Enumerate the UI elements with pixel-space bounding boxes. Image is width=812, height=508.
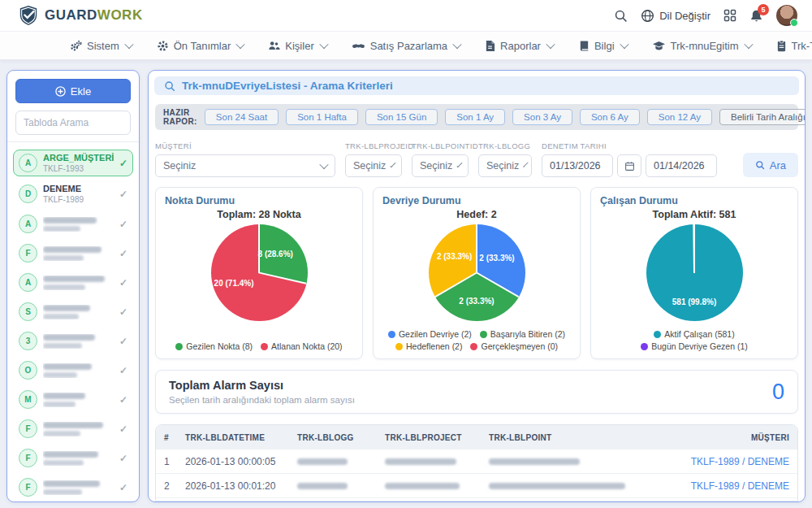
nav-item-on-tanimlar[interactable]: Ön Tanımlar bbox=[157, 40, 244, 52]
brand-logo[interactable]: GUARDWORK bbox=[18, 5, 143, 26]
list-item[interactable]: D DENEMETKLF-1989 ✓ bbox=[13, 180, 133, 207]
chevron-down-icon bbox=[546, 40, 555, 49]
main-panel: Trk-mnuDEvriyeListesi - Arama Kriterleri… bbox=[148, 70, 806, 502]
nav-item-kisiler[interactable]: Kişiler bbox=[268, 40, 326, 52]
chart-subtitle: Toplam: 28 Nokta bbox=[165, 209, 353, 220]
table-row[interactable]: 2 2026-01-13 00:01:20 TKLF-1989 / DENEME bbox=[156, 474, 797, 498]
nav-item-trk-mnuegitim[interactable]: Trk-mnuEgitim bbox=[652, 40, 752, 52]
quick-filter-son-24-saat[interactable]: Son 24 Saat bbox=[205, 109, 279, 125]
list-item[interactable]: F ✓ bbox=[13, 475, 133, 500]
list-item[interactable]: F ✓ bbox=[13, 445, 133, 471]
nav-item-bilgi[interactable]: Bilgi bbox=[578, 40, 628, 52]
redacted-text bbox=[43, 393, 85, 399]
nav-item-raporlar[interactable]: Raporlar bbox=[485, 40, 554, 52]
check-icon: ✓ bbox=[119, 482, 127, 493]
list-item[interactable]: A ARGE_MÜŞTERİTKLF-1993 ✓ bbox=[13, 150, 133, 176]
chevron-down-icon bbox=[744, 40, 753, 49]
check-icon: ✓ bbox=[119, 189, 127, 200]
quick-filter-son-1-ay[interactable]: Son 1 Ay bbox=[445, 109, 505, 125]
main-nav: Sistem Ön Tanımlar Kişiler Satış Pazarla… bbox=[0, 31, 812, 60]
nav-item-satis-pazarlama[interactable]: Satış Pazarlama bbox=[352, 40, 460, 52]
table-row[interactable]: 1 2026-01-13 00:00:05 TKLF-1989 / DENEME bbox=[156, 449, 797, 474]
projeid-label: TRK-LBLPROJEID bbox=[345, 141, 402, 150]
chevron-down-icon bbox=[452, 40, 461, 49]
app-header: GUARDWORK Dil Değiştir 5 bbox=[0, 0, 812, 31]
list-item[interactable]: F ✓ bbox=[13, 241, 133, 266]
search-icon bbox=[164, 80, 175, 92]
nav-item-trk-talepler[interactable]: Trk-Talepler bbox=[776, 40, 812, 52]
pie-chart-nokta[interactable]: 8 (28.6%) 20 (71.4%) bbox=[211, 224, 308, 321]
list-item[interactable]: M ✓ bbox=[13, 387, 133, 412]
redacted-text bbox=[489, 458, 580, 465]
quick-filter-son-15-gun[interactable]: Son 15 Gün bbox=[365, 109, 438, 125]
list-item[interactable]: 3 ✓ bbox=[13, 328, 133, 354]
chevron-down-icon bbox=[391, 162, 396, 167]
redacted-text bbox=[43, 305, 90, 311]
list-item[interactable]: O ✓ bbox=[13, 358, 133, 383]
notifications-bell-icon[interactable]: 5 bbox=[749, 9, 763, 23]
musteri-link[interactable]: TKLF-1989 / DENEME bbox=[667, 456, 789, 467]
customer-sidebar: Ekle A ARGE_MÜŞTERİTKLF-1993 ✓ D DENEMET… bbox=[6, 70, 140, 502]
redacted-text bbox=[43, 363, 92, 370]
users-icon bbox=[268, 40, 280, 52]
patrol-table: # TRK-LBLDATETIME TRK-LBLOGG TRK-LBLPROJ… bbox=[155, 424, 798, 501]
shield-logo-icon bbox=[18, 5, 39, 26]
avatar: 3 bbox=[19, 332, 37, 350]
legend-dot bbox=[175, 343, 183, 350]
calendar-icon[interactable] bbox=[617, 154, 641, 177]
language-label: Dil Değiştir bbox=[659, 10, 710, 22]
book-icon bbox=[578, 40, 590, 52]
search-submit-button[interactable]: Ara bbox=[743, 153, 798, 177]
date-from-input[interactable] bbox=[542, 154, 613, 177]
check-icon: ✓ bbox=[119, 248, 127, 259]
legend-dot bbox=[388, 331, 395, 338]
check-icon: ✓ bbox=[119, 158, 127, 169]
nav-item-sistem[interactable]: Sistem bbox=[70, 40, 132, 52]
redacted-text bbox=[297, 458, 348, 465]
quick-filter-son-12-ay[interactable]: Son 12 Ay bbox=[647, 109, 712, 125]
table-header-row: # TRK-LBLDATETIME TRK-LBLOGG TRK-LBLPROJ… bbox=[156, 425, 797, 449]
check-icon: ✓ bbox=[119, 336, 127, 347]
list-item[interactable]: F ✓ bbox=[13, 416, 133, 441]
list-item[interactable]: A ✓ bbox=[13, 270, 133, 295]
language-switcher[interactable]: Dil Değiştir bbox=[641, 9, 710, 23]
redacted-text bbox=[43, 217, 97, 224]
apps-grid-icon[interactable] bbox=[723, 9, 736, 22]
list-item[interactable]: S ✓ bbox=[13, 299, 133, 324]
check-icon: ✓ bbox=[119, 306, 127, 318]
check-icon: ✓ bbox=[119, 219, 127, 230]
pie-chart-calisan[interactable]: 581 (99.8%) bbox=[646, 224, 743, 321]
chart-subtitle: Hedef: 2 bbox=[382, 209, 571, 220]
avatar: F bbox=[19, 419, 37, 438]
redacted-text bbox=[385, 483, 460, 489]
legend-dot bbox=[261, 343, 268, 350]
chevron-down-icon bbox=[457, 162, 463, 167]
musteri-link[interactable]: TKLF-1989 / DENEME bbox=[667, 480, 789, 492]
add-button[interactable]: Ekle bbox=[15, 79, 131, 103]
projeid-select[interactable]: Seçiniz bbox=[345, 154, 402, 177]
legend-dot bbox=[480, 331, 487, 338]
legend-dot bbox=[395, 343, 403, 350]
list-item[interactable]: A ✓ bbox=[13, 211, 133, 237]
quick-filter-custom-range[interactable]: Belirli Tarih Aralığı bbox=[719, 109, 806, 125]
alarm-subtitle: Seçilen tarih aralığındaki toplam alarm … bbox=[169, 395, 355, 405]
redacted-text bbox=[43, 460, 84, 466]
pointid-select[interactable]: Seçiniz bbox=[412, 154, 469, 177]
redacted-text bbox=[43, 402, 76, 407]
quick-filter-son-3-ay[interactable]: Son 3 Ay bbox=[512, 109, 572, 125]
ogg-select[interactable]: Seçiniz bbox=[478, 154, 532, 177]
chart-legend: Gezilen Devriye (2) Başarıyla Bitiren (2… bbox=[382, 324, 571, 351]
ogg-label: TRK-LBLOGG bbox=[478, 141, 532, 150]
pie-chart-devriye[interactable]: 2 (33.3%) 2 (33.3%) 2 (33.3%) bbox=[429, 224, 525, 321]
table-row[interactable]: 3 2026-01-13 00:01:50 TKLF-1989 / DENEME bbox=[156, 498, 797, 501]
search-icon[interactable] bbox=[614, 9, 628, 23]
chart-card-devriye-durumu: Devriye Durumu Hedef: 2 2 (33.3%) 2 (33.… bbox=[373, 187, 581, 359]
quick-filter-son-6-ay[interactable]: Son 6 Ay bbox=[580, 109, 640, 125]
redacted-text bbox=[43, 451, 98, 458]
musteri-select[interactable]: Seçiniz bbox=[155, 154, 335, 177]
quick-filter-son-1-hafta[interactable]: Son 1 Hafta bbox=[286, 109, 358, 125]
table-search-input[interactable] bbox=[15, 111, 131, 135]
date-to-input[interactable] bbox=[646, 154, 717, 177]
chart-title: Devriye Durumu bbox=[382, 195, 571, 206]
user-avatar[interactable] bbox=[776, 5, 797, 26]
